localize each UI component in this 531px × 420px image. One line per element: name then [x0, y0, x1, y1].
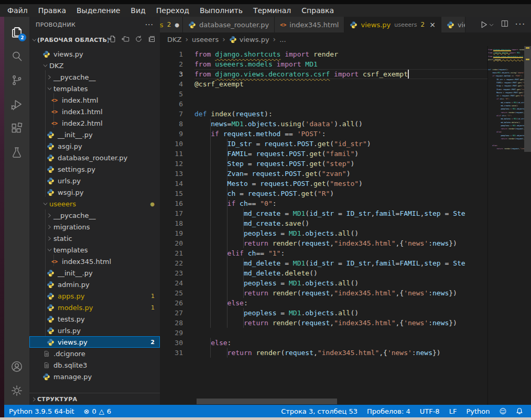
editor-tab[interactable]: database_roouter.py — [183, 17, 275, 32]
code-line[interactable]: 22md_delete = MD1(id_str = ID_str,famil=… — [160, 258, 487, 268]
tree-folder[interactable]: useeers● — [29, 198, 160, 209]
tree-item[interactable]: database_roouter.py — [29, 152, 160, 163]
explorer-icon[interactable]: 2 — [4, 20, 29, 44]
status-indentation[interactable]: Пробелов: 4 — [362, 407, 415, 415]
run-debug-icon[interactable] — [4, 92, 29, 116]
code-editor[interactable]: 1from django.shortcuts import render2fro… — [160, 46, 531, 405]
code-line[interactable]: 30else: — [160, 338, 487, 348]
editor-tab[interactable]: diiits2● — [160, 17, 183, 32]
tree-item[interactable]: __init__.py — [29, 267, 160, 279]
tree-item[interactable]: apps.py1 — [29, 290, 160, 302]
extensions-icon[interactable] — [4, 116, 29, 140]
more-actions[interactable]: ··· — [515, 20, 526, 29]
code-line[interactable]: 25return render(request,"index345.html",… — [160, 288, 487, 298]
new-file-icon[interactable] — [109, 35, 116, 45]
tree-item[interactable]: urls.py — [29, 175, 160, 186]
menu-item[interactable]: Выделение — [71, 4, 125, 17]
status-eol[interactable]: LF — [445, 407, 462, 415]
tree-item[interactable]: tests.py — [29, 313, 160, 325]
code-line[interactable]: 4@csrf_exempt — [160, 79, 487, 89]
tree-item[interactable]: admin.py — [29, 279, 160, 290]
menu-item[interactable]: Терминал — [248, 4, 296, 17]
tree-item[interactable]: <>index2.html — [29, 117, 160, 129]
code-line[interactable]: 5 — [160, 89, 487, 99]
status-encoding[interactable]: UTF-8 — [415, 407, 445, 415]
notifications-bell-icon[interactable] — [511, 407, 528, 415]
tree-item[interactable]: views.py — [29, 48, 160, 60]
code-line[interactable]: 10ID_str = request.POST.get("id_str") — [160, 139, 487, 149]
breadcrumb-item[interactable]: ... — [279, 36, 286, 43]
tree-item[interactable]: __init__.py — [29, 129, 160, 140]
code-line[interactable]: 28return render(request,"index345.html",… — [160, 318, 487, 328]
tree-folder[interactable]: __pycache__ — [29, 71, 160, 83]
menu-item[interactable]: Выполнить — [194, 4, 248, 17]
tree-item[interactable]: .dcignore — [29, 348, 160, 359]
code-line[interactable]: 23md_delete.delete() — [160, 268, 487, 278]
status-language-mode[interactable]: Python — [461, 407, 494, 415]
code-line[interactable]: 13Zvan= request.POST.get("zvan") — [160, 169, 487, 179]
code-line[interactable]: 29 — [160, 328, 487, 338]
menu-item[interactable]: Файл — [2, 4, 33, 17]
horizontal-scrollbar-thumb[interactable] — [197, 399, 337, 404]
breadcrumb-item[interactable]: useeers — [192, 36, 219, 43]
tree-item[interactable]: <>index345.html — [29, 256, 160, 267]
code-line[interactable]: 18md_create.save() — [160, 218, 487, 228]
split-editor-icon[interactable] — [501, 19, 509, 30]
code-line[interactable]: 15ch = request.POST.get("R") — [160, 189, 487, 198]
code-line[interactable]: 19peopless = MD1.objects.all() — [160, 228, 487, 238]
menu-item[interactable]: Правка — [33, 4, 71, 17]
tree-item[interactable]: <>index1.html — [29, 106, 160, 117]
testing-icon[interactable] — [4, 140, 29, 164]
code-line[interactable]: 6 — [160, 99, 487, 109]
search-icon[interactable] — [4, 44, 29, 68]
horizontal-scrollbar[interactable] — [194, 399, 487, 404]
close-icon[interactable]: × — [429, 20, 436, 29]
tree-folder[interactable]: static — [29, 233, 160, 244]
outline-section-header[interactable]: СТРУКТУРА — [29, 393, 160, 405]
code-line[interactable]: 14Mesto = request.POST.get("mesto") — [160, 179, 487, 189]
code-line[interactable]: 11FAMIL= request.POST.get("famil") — [160, 149, 487, 159]
collapse-all-icon[interactable] — [148, 35, 156, 45]
account-icon[interactable] — [4, 355, 29, 379]
code-line[interactable]: 1from django.shortcuts import render — [160, 49, 487, 59]
tree-item[interactable]: settings.py — [29, 163, 160, 175]
breadcrumb-item[interactable]: DKZ — [167, 36, 181, 43]
tree-folder[interactable]: DKZ — [29, 60, 160, 71]
vertical-scrollbar-thumb[interactable] — [524, 46, 531, 152]
tree-item[interactable]: asgi.py — [29, 140, 160, 152]
code-line[interactable]: 21elif ch== "1": — [160, 248, 487, 258]
tree-folder[interactable]: templates — [29, 83, 160, 94]
sidebar-more-actions[interactable]: ··· — [145, 20, 154, 29]
feedback-icon[interactable]: ☺ — [494, 407, 511, 415]
code-line[interactable]: 3from django.views.decorators.csrf impor… — [160, 69, 487, 79]
refresh-icon[interactable] — [135, 35, 143, 45]
tree-folder[interactable]: templates — [29, 244, 160, 256]
tree-folder[interactable]: migrations — [29, 221, 160, 233]
code-line[interactable]: 12Step = request.POST.get("step") — [160, 159, 487, 169]
editor-tab[interactable]: vie — [441, 17, 465, 32]
tree-item[interactable]: db.sqlite3 — [29, 359, 160, 371]
code-line[interactable]: 20return render(request,"index345.html",… — [160, 238, 487, 248]
code-line[interactable]: 24peopless = MD1.objects.all() — [160, 278, 487, 288]
status-cursor-position[interactable]: Строка 3, столбец 53 — [276, 407, 362, 415]
source-control-icon[interactable] — [4, 68, 29, 92]
minimap[interactable]: 1from django.shortcuts import render2fro… — [487, 46, 524, 405]
tree-item[interactable]: models.py1 — [29, 302, 160, 313]
menu-item[interactable]: Справка — [296, 4, 339, 17]
tree-item[interactable]: manage.py — [29, 371, 160, 382]
tree-item[interactable]: urls.py — [29, 325, 160, 336]
tree-folder[interactable]: __pycache__ — [29, 209, 160, 221]
code-line[interactable]: 8news=MD1.objects.using('daata').all() — [160, 119, 487, 129]
status-problems[interactable]: ⊗ 0 △ 6 — [79, 407, 116, 415]
vertical-scrollbar[interactable] — [524, 46, 531, 405]
tree-item[interactable]: views.py2 — [29, 336, 160, 348]
breadcrumb-item[interactable]: views.py — [229, 36, 269, 43]
code-line[interactable]: 2from useeers.models import MD1 — [160, 59, 487, 69]
menu-item[interactable]: Вид — [125, 4, 150, 17]
code-line[interactable]: 31return render(request,"index345.html",… — [160, 348, 487, 358]
code-line[interactable]: 17md_create = MD1(id_str = ID_str,famil=… — [160, 208, 487, 218]
editor-tab[interactable]: views.pyuseeers2× — [344, 17, 441, 32]
status-python-interpreter[interactable]: Python 3.9.5 64-bit — [4, 407, 79, 415]
code-lines[interactable]: 1from django.shortcuts import render2fro… — [160, 49, 487, 358]
run-button[interactable] — [479, 20, 494, 29]
